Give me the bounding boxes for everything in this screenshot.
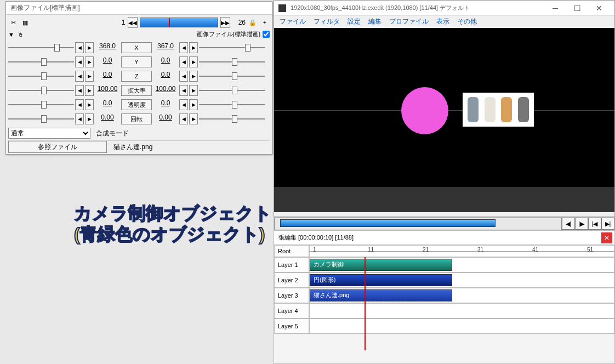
menu-item[interactable]: その他: [457, 17, 477, 27]
param-label[interactable]: Z: [121, 71, 152, 82]
timeline-object[interactable]: 円(図形): [310, 274, 452, 286]
param-slider-right[interactable]: [199, 42, 265, 53]
lock-icon[interactable]: 🔒: [248, 18, 258, 27]
param-value-right[interactable]: 0.0: [153, 71, 178, 82]
param-value-left[interactable]: 0.0: [95, 56, 120, 67]
step-left-up[interactable]: ▶: [85, 71, 94, 82]
step-right-down[interactable]: ◀: [179, 71, 188, 82]
layer-track[interactable]: [309, 303, 614, 318]
step-right-down[interactable]: ◀: [179, 56, 188, 67]
image-icon[interactable]: ▦: [20, 18, 30, 27]
step-right-up[interactable]: ▶: [189, 56, 198, 67]
step-left-down[interactable]: ◀: [75, 42, 84, 53]
param-value-left[interactable]: 368.0: [95, 42, 120, 53]
minimize-button[interactable]: ─: [544, 2, 566, 15]
step-left-up[interactable]: ▶: [85, 42, 94, 53]
param-slider-right[interactable]: [199, 113, 265, 124]
step-right-down[interactable]: ◀: [179, 113, 188, 124]
blend-mode-select[interactable]: 通常: [8, 128, 90, 139]
scroll-right-button[interactable]: |▶: [575, 218, 588, 230]
param-slider-left[interactable]: [8, 71, 74, 82]
scroll-first-button[interactable]: |◀: [588, 218, 601, 230]
param-value-left[interactable]: 0.00: [95, 113, 120, 124]
menu-item[interactable]: 設定: [348, 17, 361, 27]
timeline-ruler[interactable]: 11121314151: [309, 245, 614, 257]
layer-header[interactable]: Layer 2: [274, 272, 309, 288]
next-frame-button[interactable]: ▶▶: [220, 17, 230, 28]
prev-frame-button[interactable]: ◀◀: [128, 17, 138, 28]
param-slider-left[interactable]: [8, 56, 74, 67]
param-slider-right[interactable]: [199, 71, 265, 82]
frame-slider[interactable]: [140, 18, 219, 27]
param-slider-left[interactable]: [8, 42, 74, 53]
step-left-down[interactable]: ◀: [75, 113, 84, 124]
enable-checkbox[interactable]: [263, 31, 270, 38]
menu-item[interactable]: プロファイル: [389, 17, 429, 27]
param-value-right[interactable]: 100.00: [153, 85, 178, 96]
menu-item[interactable]: 編集: [368, 17, 381, 27]
timeline-scrollbar[interactable]: [274, 218, 562, 230]
step-right-down[interactable]: ◀: [179, 99, 188, 110]
layer-header[interactable]: Layer 4: [274, 303, 309, 318]
layer-track[interactable]: 円(図形): [309, 272, 614, 288]
step-right-down[interactable]: ◀: [179, 85, 188, 96]
param-value-left[interactable]: 100.00: [95, 85, 120, 96]
menu-item[interactable]: ファイル: [280, 17, 306, 27]
param-value-right[interactable]: 367.0: [153, 42, 178, 53]
step-left-up[interactable]: ▶: [85, 113, 94, 124]
chevron-down-icon[interactable]: ▼: [8, 31, 14, 38]
layer-header[interactable]: Layer 1: [274, 257, 309, 272]
timeline-object[interactable]: 猫さん達.png: [310, 289, 452, 302]
param-label[interactable]: Y: [121, 56, 152, 67]
timeline-close-button[interactable]: ✕: [601, 232, 612, 243]
close-button[interactable]: ✕: [588, 2, 610, 15]
reference-file-button[interactable]: 参照ファイル: [8, 141, 107, 153]
param-label[interactable]: X: [121, 42, 152, 53]
step-right-up[interactable]: ▶: [189, 42, 198, 53]
layer-header[interactable]: Layer 3: [274, 288, 309, 303]
param-slider-left[interactable]: [8, 85, 74, 96]
step-left-down[interactable]: ◀: [75, 99, 84, 110]
cut-icon[interactable]: ✂: [8, 18, 18, 27]
step-right-up[interactable]: ▶: [189, 71, 198, 82]
menu-item[interactable]: フィルタ: [314, 17, 340, 27]
layer-track[interactable]: 猫さん達.png: [309, 288, 614, 303]
param-value-right[interactable]: 0.0: [153, 56, 178, 67]
step-left-up[interactable]: ▶: [85, 56, 94, 67]
param-label[interactable]: 回転: [121, 113, 152, 124]
param-value-right[interactable]: 0.00: [153, 113, 178, 124]
maximize-button[interactable]: ☐: [566, 2, 588, 15]
layer-track[interactable]: カメラ制御: [309, 257, 614, 272]
param-label[interactable]: 拡大率: [121, 85, 152, 96]
layer-header[interactable]: Layer 5: [274, 318, 309, 334]
ruler-tick: 1: [313, 247, 316, 253]
param-value-right[interactable]: 0.0: [153, 99, 178, 110]
step-left-up[interactable]: ▶: [85, 85, 94, 96]
param-slider-left[interactable]: [8, 113, 74, 124]
layer-track[interactable]: [309, 318, 614, 334]
checkbox-label: 画像ファイル[標準描画]: [197, 30, 260, 38]
step-left-up[interactable]: ▶: [85, 99, 94, 110]
scroll-last-button[interactable]: ▶|: [601, 218, 614, 230]
param-slider-right[interactable]: [199, 85, 265, 96]
property-title: 画像ファイル[標準描画]: [6, 2, 272, 15]
step-left-down[interactable]: ◀: [75, 56, 84, 67]
step-right-up[interactable]: ▶: [189, 113, 198, 124]
param-slider-right[interactable]: [199, 99, 265, 110]
scroll-left-button[interactable]: ◀|: [562, 218, 575, 230]
timeline-object[interactable]: カメラ制御: [310, 259, 452, 271]
param-label[interactable]: 透明度: [121, 99, 152, 110]
root-label[interactable]: Root: [274, 245, 309, 257]
step-right-down[interactable]: ◀: [179, 42, 188, 53]
step-right-up[interactable]: ▶: [189, 99, 198, 110]
param-value-left[interactable]: 0.0: [95, 71, 120, 82]
step-left-down[interactable]: ◀: [75, 71, 84, 82]
step-right-up[interactable]: ▶: [189, 85, 198, 96]
menu-item[interactable]: 表示: [436, 17, 449, 27]
step-left-down[interactable]: ◀: [75, 85, 84, 96]
preview-canvas[interactable]: [274, 28, 614, 187]
param-slider-left[interactable]: [8, 99, 74, 110]
param-slider-right[interactable]: [199, 56, 265, 67]
add-icon[interactable]: +: [260, 18, 270, 27]
param-value-left[interactable]: 0.0: [95, 99, 120, 110]
